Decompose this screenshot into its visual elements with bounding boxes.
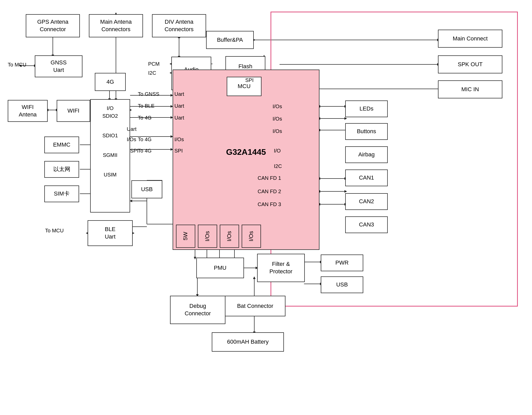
io-label: I/O xyxy=(107,105,114,112)
can2-box: CAN2 xyxy=(345,193,388,210)
buttons-box: Buttons xyxy=(345,123,388,140)
battery-box: 600mAH Battery xyxy=(212,332,284,352)
main-connect-label: Main Connect xyxy=(453,35,488,43)
usim-label: USIM xyxy=(104,171,117,178)
ios-right-1-label: I/Os xyxy=(273,103,282,110)
uart-ble-label: Uart xyxy=(174,103,184,109)
emmc-label: EMMC xyxy=(53,141,70,149)
buffer-pa-box: Buffer&PA xyxy=(206,31,254,49)
to-mcu-ble-label: To MCU xyxy=(45,227,64,234)
pwr-box: PWR xyxy=(321,255,363,271)
div-antenna-box: DIV AntenaConnectors xyxy=(152,14,206,37)
spi-right-label: SPI xyxy=(174,147,183,154)
gps-antenna-box: GPS Antena Connector xyxy=(26,14,80,37)
ethernet-box: 以太网 xyxy=(44,161,79,178)
can3-box: CAN3 xyxy=(345,216,388,233)
i2c-label-pcm: I2C xyxy=(148,70,156,76)
4g-box: 4G xyxy=(95,73,126,91)
to-4g-spi-label: To 4G xyxy=(138,147,151,154)
gnss-label: GNSSUart xyxy=(50,59,66,74)
spk-out-box: SPK OUT xyxy=(438,55,502,73)
io-block-box: I/O SDIO2 SDIO1 SGMII USIM xyxy=(90,99,130,213)
bat-connector-label: Bat Connector xyxy=(237,302,273,310)
sw-box: 5W xyxy=(176,225,195,248)
usb-box: USB xyxy=(131,180,162,198)
uart-left-label: Uart xyxy=(127,126,137,132)
to-4g-ios-label: To 4G xyxy=(138,136,151,143)
main-antenna-box: Main AntenaConnectors xyxy=(89,14,143,37)
ios3-label: I/Os xyxy=(248,231,255,241)
sdio2-label: SDIO2 xyxy=(102,113,118,119)
buttons-label: Buttons xyxy=(357,128,376,135)
to-gnss-label: To GNSS xyxy=(138,91,159,97)
pwr-label: PWR xyxy=(335,259,349,267)
main-antenna-label: Main AntenaConnectors xyxy=(100,18,132,33)
sgmii-label: SGMII xyxy=(103,152,117,158)
ios-4g-label: I/Os xyxy=(174,136,184,143)
pcm-label: PCM xyxy=(148,61,159,67)
g32a1445-label: G32A1445 xyxy=(188,147,304,158)
uart-gnss-label: Uart xyxy=(174,91,184,97)
usb-right-box: USB xyxy=(321,276,363,293)
mcu-label: MCU xyxy=(238,83,250,90)
ios-left-label: I/Os xyxy=(127,136,136,143)
airbag-box: Airbag xyxy=(345,146,388,163)
wifi-antenna-label: WIFIAntena xyxy=(19,104,37,118)
battery-label: 600mAH Battery xyxy=(227,338,268,346)
ios-right-2-label: I/Os xyxy=(273,115,282,122)
filter-protector-box: Filter &Protector xyxy=(257,254,305,282)
can-fd2-label: CAN FD 2 xyxy=(258,188,281,195)
sdio1-label: SDIO1 xyxy=(102,132,118,139)
debug-connector-box: DebugConnector xyxy=(170,296,225,324)
emmc-box: EMMC xyxy=(44,137,79,153)
ble-label: BLEUart xyxy=(105,226,116,240)
spi-flash-label: SPI xyxy=(245,77,254,83)
to-mcu-label-left: To MCU xyxy=(8,61,26,68)
mic-in-label: MIC IN xyxy=(461,86,479,93)
debug-connector-label: DebugConnector xyxy=(185,302,211,317)
ios2-box: I/Os xyxy=(220,225,239,248)
can3-label: CAN3 xyxy=(359,221,374,228)
usb-label: USB xyxy=(141,186,153,193)
gnss-box: GNSSUart xyxy=(35,55,82,77)
gps-antenna-label: GPS Antena Connector xyxy=(28,18,78,33)
can1-box: CAN1 xyxy=(345,170,388,186)
ios-right-3-label: I/Os xyxy=(273,128,282,134)
io-right-4-label: I/O xyxy=(274,147,281,154)
pmu-box: PMU xyxy=(196,258,244,278)
ios3-box: I/Os xyxy=(242,225,261,248)
wifi-label: WIFI xyxy=(67,107,79,115)
uart-4g-label: Uart xyxy=(174,114,184,121)
filter-protector-label: Filter &Protector xyxy=(269,260,292,275)
flash-label: Flash xyxy=(239,63,252,70)
sim-label: SIM卡 xyxy=(54,190,70,198)
spi-left-label: SPI xyxy=(130,147,138,154)
to-4g-label-1: To 4G xyxy=(138,114,151,121)
wifi-box: WIFI xyxy=(57,100,90,122)
wifi-antenna-box: WIFIAntena xyxy=(8,100,48,122)
can-fd1-label: CAN FD 1 xyxy=(258,175,281,181)
sim-box: SIM卡 xyxy=(44,185,79,202)
mcu-box: MCU xyxy=(227,77,261,96)
to-ble-label: To BLE xyxy=(138,103,154,109)
usb-right-label: USB xyxy=(336,281,348,289)
sw-label: 5W xyxy=(182,232,189,241)
ios2-label: I/Os xyxy=(226,231,233,241)
can1-label: CAN1 xyxy=(359,174,374,182)
can2-label: CAN2 xyxy=(359,198,374,205)
leds-box: LEDs xyxy=(345,100,388,117)
can-fd3-label: CAN FD 3 xyxy=(258,201,281,208)
spk-out-label: SPK OUT xyxy=(458,61,483,68)
leds-label: LEDs xyxy=(360,105,374,113)
g32a1445-box xyxy=(173,70,319,250)
ios1-box: I/Os xyxy=(198,225,217,248)
svg-marker-91 xyxy=(253,276,256,279)
airbag-label: Airbag xyxy=(358,151,375,158)
main-connect-box: Main Connect xyxy=(438,30,502,48)
i2c-g32-label: I2C xyxy=(274,163,282,170)
svg-marker-78 xyxy=(194,257,196,259)
ble-box: BLEUart xyxy=(88,220,133,246)
pmu-label: PMU xyxy=(214,264,226,272)
block-diagram: GPS Antena Connector Main AntenaConnecto… xyxy=(0,0,532,415)
mic-in-box: MIC IN xyxy=(438,80,502,98)
